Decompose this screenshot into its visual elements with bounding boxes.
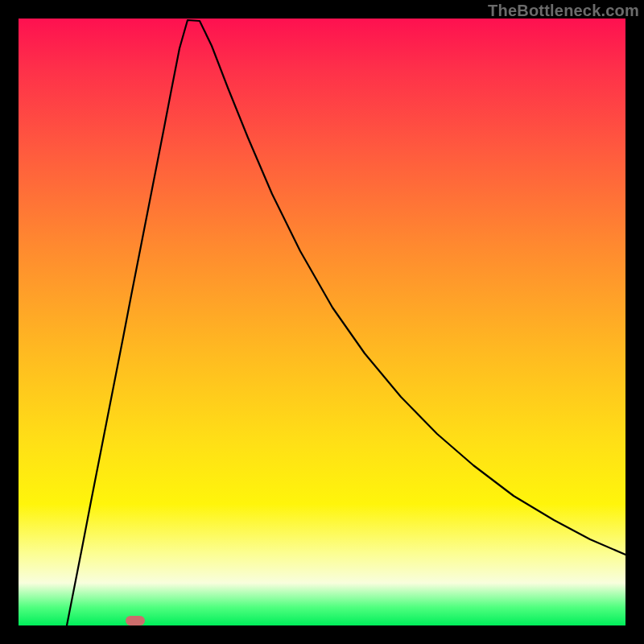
watermark-text: TheBottleneck.com <box>488 2 639 20</box>
minimum-marker <box>126 616 145 625</box>
plot-area <box>19 19 625 625</box>
chart-frame: TheBottleneck.com <box>0 0 644 644</box>
bottleneck-curve <box>19 19 625 625</box>
